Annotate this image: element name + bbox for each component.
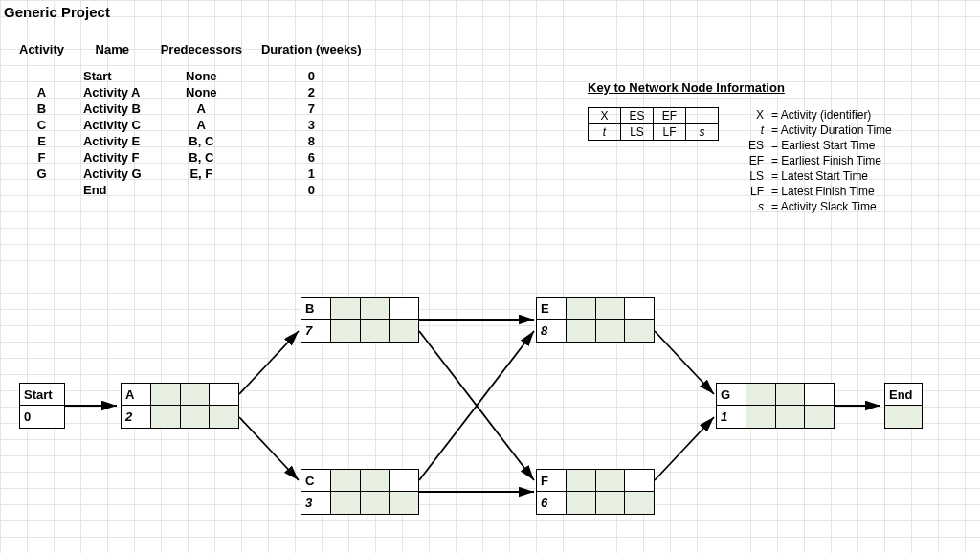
node-end: End <box>884 383 923 429</box>
legend-title: Key to Network Node Information <box>588 80 785 95</box>
table-row: GActivity GE, F1 <box>10 166 371 182</box>
legend-cell <box>686 108 719 124</box>
node-g: G 1 <box>716 383 835 429</box>
node-c: C 3 <box>301 469 419 515</box>
col-duration: Duration (weeks) <box>252 40 371 58</box>
svg-line-1 <box>239 331 299 394</box>
page-title: Generic Project <box>4 4 110 20</box>
svg-line-6 <box>419 331 534 480</box>
legend-cell: LS <box>621 124 654 141</box>
network-diagram: Start 0 A 2 B 7 C 3 E 8 F 6 G <box>0 287 980 536</box>
table-row: CActivity CA3 <box>10 117 371 133</box>
svg-line-8 <box>655 417 714 480</box>
legend-node-box: X ES EF t LS LF s <box>588 107 719 141</box>
svg-line-2 <box>239 417 299 480</box>
table-row: BActivity BA7 <box>10 100 371 117</box>
svg-line-5 <box>419 331 534 480</box>
node-e: E 8 <box>536 297 655 343</box>
table-row: FActivity FB, C6 <box>10 149 371 166</box>
legend-cell: X <box>589 108 621 124</box>
node-start-value: 0 <box>20 406 64 428</box>
activity-table: Activity Name Predecessors Duration (wee… <box>10 40 371 198</box>
legend-cell: LF <box>654 124 686 141</box>
node-start-label: Start <box>20 384 64 406</box>
col-predecessors: Predecessors <box>151 40 252 58</box>
legend-cell: ES <box>621 108 654 124</box>
svg-line-7 <box>655 331 714 394</box>
legend-cell: t <box>589 124 621 141</box>
legend-cell: s <box>686 124 719 141</box>
col-name: Name <box>74 40 151 58</box>
node-start: Start 0 <box>19 383 65 429</box>
table-row: End0 <box>10 182 371 198</box>
node-end-label: End <box>885 384 922 406</box>
legend-cell: EF <box>654 108 686 124</box>
node-a: A 2 <box>121 383 239 429</box>
legend-glossary: X= Activity (identifier) t= Activity Dur… <box>743 107 896 214</box>
node-b: B 7 <box>301 297 419 343</box>
node-f: F 6 <box>536 469 655 515</box>
table-row: StartNone0 <box>10 68 371 84</box>
col-activity: Activity <box>10 40 74 58</box>
table-row: AActivity ANone2 <box>10 84 371 100</box>
table-row: EActivity EB, C8 <box>10 133 371 149</box>
